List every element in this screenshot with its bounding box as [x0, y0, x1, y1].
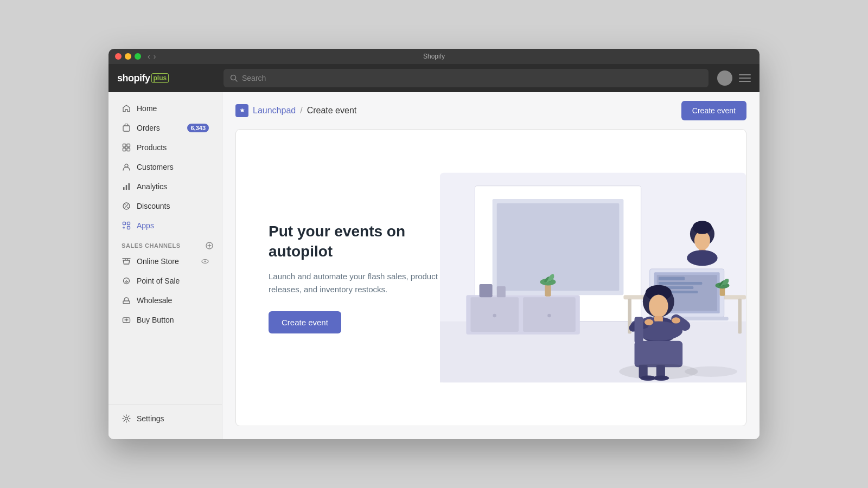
home-icon — [122, 104, 131, 113]
hero-description: Launch and automate your flash sales, pr… — [269, 270, 453, 296]
hero-illustration — [440, 130, 746, 426]
orders-badge: 6,343 — [187, 124, 209, 132]
hamburger-line — [739, 74, 751, 75]
create-event-header-button[interactable]: Create event — [681, 101, 746, 120]
store-icon — [122, 256, 131, 266]
sidebar-item-apps[interactable]: Apps — [113, 216, 218, 235]
svg-rect-17 — [127, 227, 130, 229]
search-icon — [230, 74, 238, 82]
app-body: Home Orders 6,343 — [108, 92, 760, 439]
svg-rect-38 — [480, 284, 493, 297]
svg-point-73 — [687, 250, 717, 266]
svg-rect-66 — [635, 317, 643, 343]
breadcrumb-bar: Launchpad / Create event Create event — [222, 92, 760, 129]
svg-rect-10 — [129, 183, 130, 190]
settings-icon — [122, 414, 131, 423]
svg-rect-8 — [123, 187, 125, 190]
sidebar-item-point-of-sale-label: Point of Sale — [137, 277, 180, 285]
hamburger-line — [739, 78, 751, 79]
hero-section: Put your events on autopilot Launch and … — [235, 129, 746, 426]
window-title: Shopify — [423, 53, 445, 60]
svg-point-37 — [547, 314, 551, 317]
svg-rect-32 — [497, 203, 620, 291]
sidebar-item-customers[interactable]: Customers — [113, 158, 218, 176]
svg-rect-5 — [123, 148, 126, 151]
online-store-eye-icon[interactable] — [201, 258, 209, 265]
customers-icon — [122, 162, 131, 172]
sidebar-item-home[interactable]: Home — [113, 99, 218, 118]
sidebar-item-home-label: Home — [137, 104, 157, 113]
svg-rect-61 — [635, 341, 683, 367]
sales-channels-label: SALES CHANNELS — [122, 242, 181, 249]
svg-rect-48 — [659, 277, 685, 280]
sidebar-item-analytics-label: Analytics — [137, 182, 167, 191]
hero-create-event-button[interactable]: Create event — [269, 311, 341, 333]
hero-text: Put your events on autopilot Launch and … — [269, 222, 453, 333]
traffic-lights — [115, 53, 141, 60]
svg-point-56 — [649, 294, 668, 317]
svg-rect-44 — [738, 299, 741, 333]
svg-point-75 — [685, 367, 737, 377]
sidebar-item-settings-label: Settings — [137, 414, 164, 423]
svg-point-24 — [126, 280, 127, 281]
minimize-button[interactable] — [125, 53, 131, 60]
sidebar-item-online-store[interactable]: Online Store — [113, 252, 218, 271]
svg-rect-4 — [127, 144, 130, 147]
svg-rect-9 — [126, 185, 127, 190]
sidebar-item-discounts-label: Discounts — [137, 202, 170, 210]
search-bar[interactable]: Search — [224, 69, 709, 87]
svg-point-27 — [125, 418, 128, 420]
top-bar: shopify plus Search — [108, 64, 760, 92]
svg-point-13 — [125, 204, 126, 206]
breadcrumb: Launchpad / Create event — [235, 104, 356, 117]
app-window: ‹ › Shopify shopify plus Search — [108, 49, 760, 439]
sidebar-item-settings[interactable]: Settings — [113, 409, 218, 428]
nav-arrows: ‹ › — [148, 52, 156, 61]
maximize-button[interactable] — [135, 53, 141, 60]
orders-icon — [122, 123, 131, 133]
launchpad-icon — [235, 104, 248, 117]
sidebar-item-orders[interactable]: Orders 6,343 — [113, 119, 218, 137]
sidebar-item-buy-button-label: Buy Button — [137, 316, 174, 324]
breadcrumb-separator: / — [300, 106, 302, 115]
sidebar-item-analytics[interactable]: Analytics — [113, 177, 218, 196]
logo-area: shopify plus — [117, 73, 215, 84]
hero-illustration-svg — [440, 130, 746, 426]
logo-plus: plus — [151, 73, 169, 83]
forward-arrow[interactable]: › — [154, 52, 156, 61]
discounts-icon — [122, 201, 131, 211]
svg-rect-2 — [123, 126, 130, 131]
svg-rect-49 — [659, 282, 703, 285]
svg-rect-16 — [127, 222, 130, 225]
breadcrumb-current: Create event — [307, 106, 357, 115]
sidebar-item-buy-button[interactable]: Buy Button — [113, 311, 218, 329]
hamburger-menu[interactable] — [739, 74, 751, 82]
hero-title: Put your events on autopilot — [269, 222, 453, 261]
svg-point-59 — [644, 319, 653, 325]
svg-rect-39 — [497, 286, 506, 297]
hamburger-line — [739, 81, 751, 82]
sidebar: Home Orders 6,343 — [108, 92, 222, 439]
top-bar-right — [717, 70, 751, 86]
sidebar-item-products[interactable]: Products — [113, 138, 218, 157]
apps-icon — [122, 221, 131, 230]
svg-point-14 — [127, 207, 129, 208]
sidebar-item-discounts[interactable]: Discounts — [113, 197, 218, 215]
svg-rect-15 — [123, 222, 126, 225]
wholesale-icon — [122, 296, 131, 305]
back-arrow[interactable]: ‹ — [148, 52, 150, 61]
avatar[interactable] — [717, 70, 732, 86]
add-sales-channel-icon[interactable] — [206, 242, 213, 249]
sidebar-bottom: Settings — [108, 404, 222, 433]
sidebar-item-wholesale[interactable]: Wholesale — [113, 291, 218, 310]
pos-icon — [122, 276, 131, 286]
close-button[interactable] — [115, 53, 122, 60]
sidebar-item-point-of-sale[interactable]: Point of Sale — [113, 272, 218, 290]
svg-rect-3 — [123, 144, 126, 147]
breadcrumb-launchpad[interactable]: Launchpad — [253, 106, 296, 115]
title-bar: ‹ › Shopify — [108, 49, 760, 64]
sidebar-item-wholesale-label: Wholesale — [137, 296, 172, 305]
svg-point-22 — [205, 261, 206, 262]
sales-channels-header: SALES CHANNELS — [108, 235, 222, 252]
sidebar-item-apps-label: Apps — [137, 221, 154, 230]
